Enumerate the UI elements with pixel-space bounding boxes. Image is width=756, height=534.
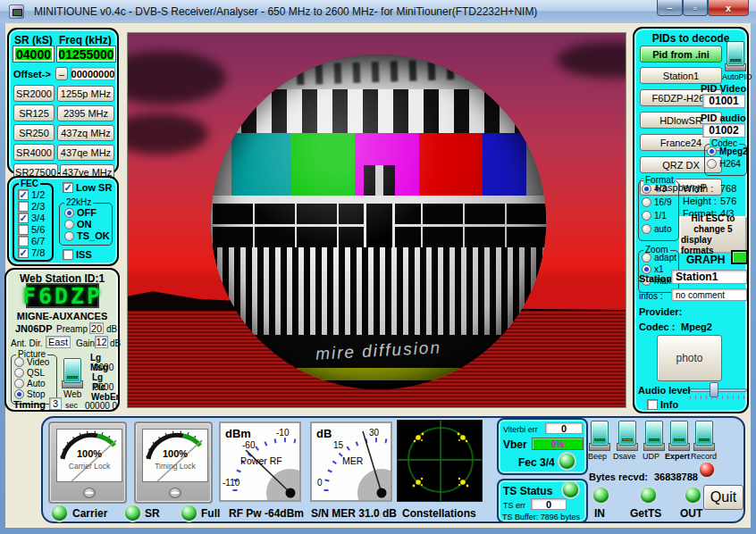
callsign-display: F6DZP — [26, 283, 99, 308]
ts-status-panel: TS Status TS err 0 TS Buffer: 7896 bytes — [497, 479, 588, 523]
freq-header: Freq (kHz) — [59, 34, 112, 46]
iss-checkbox[interactable]: ✓ISS — [63, 249, 92, 260]
locator-label: JN06DP — [15, 323, 53, 334]
codec-value: Mpeg2 — [681, 321, 712, 332]
tone-radio-on[interactable]: ON — [64, 219, 92, 229]
pid-video-field[interactable]: 01001 — [702, 94, 745, 108]
fec-checkbox-6-7[interactable]: ✓6/7 — [18, 236, 45, 246]
pid-audio-field[interactable]: 01002 — [702, 123, 745, 138]
picture-radio-qsl[interactable]: QSL — [14, 368, 45, 378]
preset-sr-button[interactable]: SR250 — [13, 124, 55, 141]
carrier-lock-value: 100% — [77, 448, 102, 459]
ts-status-led — [563, 482, 578, 497]
infos-field[interactable]: no comment — [671, 288, 747, 301]
minimize-button[interactable]: – — [657, 0, 683, 16]
mer-gauge-name: MER — [342, 455, 364, 466]
rf-tick-top: -10 — [276, 428, 290, 438]
mer-text: S/N MER 31.0 dB — [311, 507, 397, 520]
preset-freq-button[interactable]: 437qe MHz — [57, 145, 114, 161]
height-label: Height : — [683, 196, 717, 206]
photo-button[interactable]: photo — [657, 335, 722, 381]
mer-gauge-unit: dB — [316, 427, 332, 440]
preset-freq-button[interactable]: 2395 MHz — [57, 105, 114, 121]
preamp-label: Preamp — [56, 324, 88, 334]
checkbox-box: ✓ — [18, 189, 29, 200]
gain-unit: dB — [110, 338, 121, 348]
zoom-radio-adapt[interactable]: adapt — [642, 253, 676, 263]
ant-dir-field[interactable]: East — [46, 336, 71, 348]
dsave-switch[interactable] — [617, 421, 638, 451]
info-checkbox[interactable]: ✓Info — [647, 399, 678, 410]
format-radio-16-9[interactable]: 16/9 — [642, 197, 671, 207]
expert-switch[interactable] — [668, 421, 690, 451]
preset-sr-button[interactable]: SR125 — [13, 104, 55, 121]
fec-checkbox-7-8[interactable]: ✓7/8 — [18, 247, 45, 258]
low-sr-checkbox[interactable]: ✓Low SR — [63, 182, 112, 193]
provider-label: Provider: — [639, 306, 682, 317]
preset-sr-button[interactable]: SR4000 — [13, 144, 55, 161]
timing-lock-label: Timing Lock — [155, 462, 196, 471]
fec-checkbox-1-2[interactable]: ✓1/2 — [18, 189, 45, 200]
checkbox-box: ✓ — [63, 182, 73, 193]
format-radio-auto[interactable]: auto — [642, 224, 671, 234]
timing-field[interactable]: 3 — [49, 397, 62, 410]
offset-minus-button[interactable]: – — [55, 67, 68, 80]
radio-ring — [642, 253, 651, 263]
carrier-lock-meter: 100% Carrier Lock — [48, 421, 127, 504]
close-button[interactable]: x — [708, 0, 749, 16]
audio-slider-ticks — [690, 396, 749, 399]
picture-radio-auto[interactable]: Auto — [14, 379, 46, 388]
maximize-button[interactable]: ▫ — [683, 0, 708, 16]
bytes-recvd-label: Bytes recvd: — [589, 471, 648, 482]
codec-radio-mpeg2[interactable]: Mpeg2 — [707, 146, 748, 156]
gain-field[interactable]: 12 — [95, 336, 108, 348]
web-switch[interactable] — [62, 358, 83, 388]
carrier-led-label: Carrier — [72, 507, 107, 520]
cloud-silhouette — [127, 113, 208, 154]
timing-unit: sec — [65, 401, 78, 410]
beep-switch[interactable] — [589, 421, 610, 451]
record-switch-label: Record — [691, 452, 717, 461]
video-display: mire diffusion — [127, 32, 626, 408]
format-radio-1-1[interactable]: 1/1 — [642, 211, 667, 221]
sr-value[interactable]: 04000 — [13, 46, 54, 62]
preset-freq-button[interactable]: 437zq MHz — [57, 125, 114, 141]
fec-checkbox-2-3[interactable]: ✓2/3 — [18, 201, 45, 212]
record-switch[interactable] — [693, 421, 715, 451]
titlebar[interactable]: MINITIOUNE v0.4c - DVB-S Receiver/Analys… — [0, 0, 756, 23]
station1-button[interactable]: Station1 — [640, 67, 722, 84]
offset-value[interactable]: 00000000 — [71, 67, 115, 80]
autopid-switch[interactable] — [725, 41, 746, 71]
fec-checkbox-3-4[interactable]: ✓3/4 — [18, 213, 45, 223]
format-radio-4-3[interactable]: 4/3 — [642, 184, 667, 194]
ts-buffer-text: TS Buffer: 7896 bytes — [502, 513, 580, 521]
codec-radio-h264[interactable]: H264 — [707, 159, 741, 169]
freq-value[interactable]: 01255000 — [57, 46, 115, 62]
pid-from-ini-button[interactable]: Pid from .ini — [640, 46, 722, 63]
audio-level-label: Audio level — [638, 385, 691, 396]
width-label: Width : — [683, 183, 713, 194]
preamp-field[interactable]: 20 — [89, 322, 104, 334]
graph-label[interactable]: GRAPH — [686, 254, 725, 266]
picture-radio-stop[interactable]: Stop — [14, 389, 46, 399]
offset-label: Offset-> — [13, 69, 51, 79]
app-icon — [9, 4, 24, 19]
station-field[interactable]: Station1 — [671, 270, 747, 284]
radio-ring — [642, 211, 651, 221]
infos-label: infos : — [639, 291, 663, 301]
meter-screw — [83, 488, 96, 498]
tone-radio-off[interactable]: OFF — [64, 207, 97, 218]
quit-button[interactable]: Quit — [703, 485, 743, 510]
tone-radio-tsok[interactable]: TS_OK — [64, 230, 110, 241]
full-led-label: Full — [201, 507, 220, 520]
preset-sr-button[interactable]: SR2000 — [13, 85, 55, 102]
audio-slider-track[interactable] — [690, 388, 747, 392]
graph-indicator — [731, 250, 748, 264]
udp-switch[interactable] — [643, 421, 665, 451]
udp-switch-label: UDP — [643, 452, 659, 461]
preset-freq-button[interactable]: 1255p MHz — [57, 86, 114, 102]
viterbi-err-label: Viterbi err — [503, 425, 538, 434]
rf-power-text: RF Pw -64dBm — [229, 507, 304, 520]
picture-radio-video[interactable]: Video — [14, 357, 49, 367]
fec-checkbox-5-6[interactable]: ✓5/6 — [18, 224, 45, 235]
